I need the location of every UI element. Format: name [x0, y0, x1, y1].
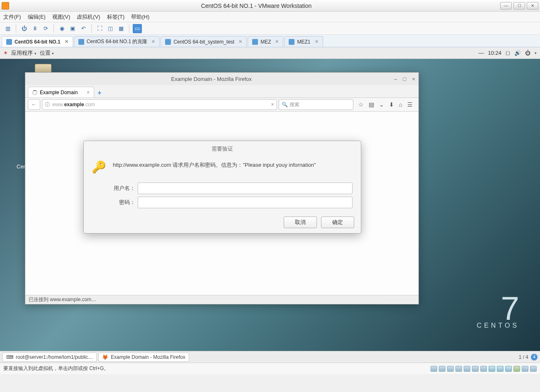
taskbar-item-terminal[interactable]: ⌨ root@server1:/home/tom1/public… [2, 353, 97, 362]
password-label: 密码： [109, 199, 138, 206]
terminal-icon: ⌨ [6, 354, 13, 360]
close-icon[interactable]: ✕ [65, 39, 68, 44]
close-button[interactable]: × [412, 76, 415, 82]
centos-version: 7 [477, 295, 519, 322]
power-menu-icon[interactable]: ⏻ [525, 50, 530, 56]
volume-icon[interactable]: 🔊 [514, 50, 521, 56]
thumbnail-icon[interactable]: ▦ [117, 24, 126, 33]
suspend-icon[interactable]: ⏸ [30, 24, 39, 33]
identity-icon[interactable]: ⓘ [45, 101, 50, 108]
floppy-icon[interactable] [480, 366, 487, 372]
hdd-icon[interactable] [447, 366, 454, 372]
menu-tags[interactable]: 标签(T) [107, 13, 125, 21]
url-bar[interactable]: ⓘ www.example.com × [42, 99, 277, 110]
reader-icon[interactable]: ▤ [369, 101, 374, 108]
ok-button[interactable]: 确定 [321, 217, 354, 228]
close-icon[interactable]: × [87, 90, 90, 95]
console-icon[interactable]: ▭ [133, 24, 142, 33]
menu-view[interactable]: 视图(V) [52, 13, 70, 21]
menu-edit[interactable]: 编辑(E) [28, 13, 46, 21]
revert-icon[interactable]: ↶ [79, 24, 88, 33]
search-bar[interactable]: 🔍 搜索 [279, 99, 353, 110]
downloads-icon[interactable]: ⬇ [389, 101, 394, 108]
network-icon[interactable] [489, 366, 495, 372]
vm-tab-centos1[interactable]: CentOS 64-bit NO.1 ✕ [2, 36, 73, 47]
taskbar-label: root@server1:/home/tom1/public… [16, 354, 93, 360]
vm-icon [6, 39, 12, 45]
username-input[interactable] [138, 183, 353, 194]
network-icon[interactable] [497, 366, 504, 372]
menu-icon[interactable]: ☰ [407, 101, 413, 108]
vm-tab-mez1[interactable]: MEZ1 ✕ [284, 36, 323, 47]
maximize-button[interactable]: □ [403, 76, 406, 82]
cd-icon[interactable] [464, 366, 470, 372]
separator [129, 24, 129, 33]
fullscreen-icon[interactable]: ⛶ [95, 24, 104, 33]
workspace-badge[interactable]: 4 [531, 354, 538, 360]
centos-name: CENTOS [477, 322, 519, 329]
hdd-icon[interactable] [439, 366, 445, 372]
key-icon: 🔑 [90, 158, 107, 175]
reset-icon[interactable]: ⟳ [41, 24, 50, 33]
library-icon[interactable]: ▥ [3, 24, 12, 33]
vm-tab-centos1-clone[interactable]: CentOS 64-bit NO.1 的克隆 ✕ [74, 36, 160, 47]
vmware-input-hint: 要直接输入到此虚拟机，单击内部或按 Ctrl+G。 [3, 365, 109, 372]
menu-file[interactable]: 文件(F) [3, 13, 21, 21]
hdd-icon[interactable] [431, 366, 437, 372]
sound-icon[interactable] [513, 366, 520, 372]
clock-prefix: — [478, 50, 484, 56]
password-input[interactable] [138, 197, 353, 208]
chevron-down-icon[interactable]: ▾ [535, 51, 537, 55]
places-menu[interactable]: 位置 ▾ [40, 49, 54, 57]
tab-label: MEZ1 [297, 39, 310, 45]
snapshot-icon[interactable]: ◉ [57, 24, 66, 33]
minimize-button[interactable]: — [500, 2, 512, 10]
clock[interactable]: 10:24 [488, 50, 501, 56]
clear-icon[interactable]: × [271, 102, 274, 107]
activities-icon[interactable]: ✶ [3, 50, 8, 56]
hdd-icon[interactable] [455, 366, 462, 372]
vm-tab-mez[interactable]: MEZ ✕ [248, 36, 283, 47]
tab-label: MEZ [260, 39, 271, 45]
display-icon[interactable] [530, 366, 537, 372]
vmware-titlebar: CentOS 64-bit NO.1 - VMware Workstation … [0, 0, 540, 12]
new-tab-button[interactable]: + [94, 88, 105, 97]
separator [54, 24, 54, 33]
accessibility-icon[interactable]: ◻ [506, 50, 510, 56]
menu-vm[interactable]: 虚拟机(V) [77, 13, 100, 21]
vm-icon [289, 39, 294, 45]
applications-menu[interactable]: 应用程序 ▾ [11, 49, 36, 57]
url-text: www.example.com [52, 102, 95, 107]
firefox-window: Example Domain - Mozilla Firefox – □ × E… [25, 72, 419, 304]
usb-icon[interactable] [505, 366, 512, 372]
close-icon[interactable]: ✕ [238, 39, 242, 44]
pocket-icon[interactable]: ⌄ [379, 101, 384, 108]
taskbar-item-firefox[interactable]: 🦊 Example Domain - Mozilla Firefox [98, 353, 189, 362]
firefox-titlebar[interactable]: Example Domain - Mozilla Firefox – □ × [25, 73, 418, 85]
firefox-tab-example[interactable]: Example Domain × [28, 87, 94, 97]
close-icon[interactable]: ✕ [275, 39, 279, 44]
close-button[interactable]: ✕ [527, 2, 538, 10]
vm-tab-system-test[interactable]: CentOS 64-bit_system_test ✕ [161, 36, 247, 47]
printer-icon[interactable] [522, 366, 528, 372]
snapshot-manager-icon[interactable]: ▣ [68, 24, 77, 33]
cancel-button[interactable]: 取消 [284, 217, 317, 228]
close-icon[interactable]: ✕ [151, 39, 155, 44]
status-text: 已连接到 www.example.com… [29, 296, 96, 303]
vmware-toolbar: ▥ ⏻ ⏸ ⟳ ◉ ▣ ↶ ⛶ ◫ ▦ ▭ [0, 22, 540, 35]
unity-icon[interactable]: ◫ [106, 24, 115, 33]
guest-viewport[interactable]: ✶ 应用程序 ▾ 位置 ▾ — 10:24 ◻ 🔊 ⏻ ▾ Cer 7 CENT… [0, 47, 540, 363]
username-label: 用户名： [109, 185, 138, 192]
menu-help[interactable]: 帮助(H) [131, 13, 149, 21]
auth-message: http://www.example.com 请求用户名和密码。信息为："Ple… [113, 158, 354, 175]
close-icon[interactable]: ✕ [315, 39, 319, 44]
bookmark-star-icon[interactable]: ☆ [358, 101, 364, 108]
search-placeholder: 搜索 [289, 101, 299, 108]
back-button[interactable]: ← [28, 99, 40, 110]
home-icon[interactable]: ⌂ [399, 101, 402, 108]
maximize-button[interactable]: ☐ [513, 2, 525, 10]
power-icon[interactable]: ⏻ [19, 24, 29, 33]
workspace-indicator[interactable]: 1 / 4 [519, 354, 528, 360]
minimize-button[interactable]: – [394, 76, 397, 82]
cd-icon[interactable] [472, 366, 479, 372]
